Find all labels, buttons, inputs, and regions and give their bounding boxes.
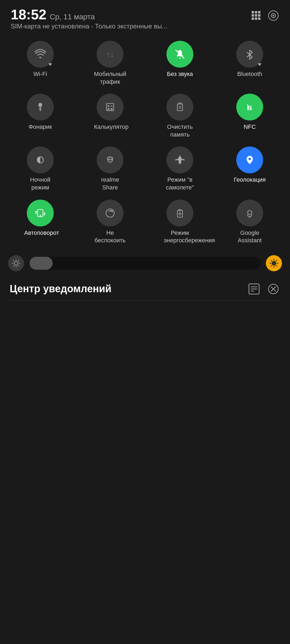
tile-geolocation-label: Геолокация — [234, 176, 266, 184]
tile-power-save[interactable]: Режим энергосбережения — [148, 200, 212, 244]
svg-rect-1 — [255, 11, 257, 13]
svg-rect-6 — [252, 17, 254, 20]
tile-night-mode[interactable]: Ночной режим — [8, 147, 73, 191]
tile-bluetooth[interactable]: Bluetooth — [218, 41, 282, 86]
date: Ср, 11 марта — [50, 13, 95, 21]
status-bar: 18:52 Ср, 11 марта SIM-карта не установл… — [0, 0, 290, 33]
tile-silent-label: Без звука — [167, 70, 193, 78]
svg-point-29 — [37, 157, 39, 159]
tile-google-assistant[interactable]: Google Assistant — [218, 200, 282, 244]
svg-rect-0 — [252, 11, 254, 13]
sim-status: SIM-карта не установлена - Только экстре… — [11, 23, 167, 30]
svg-point-36 — [40, 215, 41, 216]
svg-rect-8 — [258, 17, 260, 20]
tile-airplane[interactable]: Режим "в самолете" — [148, 147, 212, 191]
svg-line-50 — [18, 260, 19, 261]
tile-bluetooth-label: Bluetooth — [237, 70, 262, 78]
svg-rect-4 — [255, 14, 257, 17]
tile-calculator-label: Калькулятор — [94, 123, 126, 131]
tile-dnd[interactable]: Не беспокоить — [78, 200, 142, 244]
tile-google-assistant-label: Google Assistant — [234, 229, 266, 244]
tile-nfc[interactable]: N NFC — [218, 94, 282, 138]
tile-bluetooth-circle — [236, 41, 263, 68]
tile-wifi[interactable]: Wi-Fi — [8, 41, 73, 86]
tile-clear-memory[interactable]: Очистить память — [148, 94, 212, 138]
svg-point-41 — [248, 210, 252, 214]
tile-autorotate-circle — [27, 200, 54, 226]
brightness-fill — [30, 257, 53, 270]
tile-clear-memory-circle — [166, 94, 193, 120]
notification-center-title: Центр уведомлений — [10, 283, 111, 295]
svg-rect-23 — [177, 104, 182, 111]
status-icons — [250, 8, 279, 21]
tile-realme-share-label: realme Share — [94, 176, 126, 191]
brightness-row — [0, 247, 290, 277]
tile-wifi-label: Wi-Fi — [33, 70, 47, 78]
tile-autorotate[interactable]: Автоповорот — [8, 200, 73, 244]
tile-dnd-label: Не беспокоить — [94, 229, 126, 244]
tile-geolocation-circle — [236, 147, 263, 173]
tile-mobile-label: Мобильный трафик — [94, 70, 126, 86]
tiles-grid: Wi-Fi ↑↓ Мобильный трафик Без звука — [8, 41, 282, 244]
svg-line-48 — [13, 260, 14, 261]
tile-mobile-data[interactable]: ↑↓ Мобильный трафик — [78, 41, 142, 86]
tile-realme-share[interactable]: realme Share — [78, 147, 142, 191]
svg-text:↑↓: ↑↓ — [106, 50, 114, 58]
tile-autorotate-label: Автоповорот — [24, 229, 56, 237]
tile-flashlight-label: Фонарик — [28, 123, 52, 131]
tile-airplane-label: Режим "в самолете" — [164, 176, 196, 191]
camera-icon[interactable] — [267, 10, 279, 21]
tile-google-assistant-circle — [236, 200, 263, 226]
tile-flashlight-circle — [27, 94, 54, 120]
tile-geolocation[interactable]: Геолокация — [218, 147, 282, 191]
svg-line-59 — [276, 265, 277, 266]
tile-dnd-circle — [97, 200, 124, 226]
svg-text:N: N — [248, 104, 252, 110]
notification-manage-button[interactable] — [247, 282, 261, 296]
notification-divider — [10, 300, 280, 301]
wifi-arrow — [48, 63, 52, 66]
tile-calculator[interactable]: Калькулятор — [78, 94, 142, 138]
tile-calculator-circle — [97, 94, 124, 120]
tile-power-save-circle — [166, 200, 193, 226]
svg-point-43 — [14, 261, 18, 265]
svg-point-11 — [273, 15, 274, 16]
tile-flashlight[interactable]: Фонарик — [8, 94, 73, 138]
brightness-max-icon[interactable] — [266, 255, 282, 271]
svg-line-49 — [18, 265, 19, 266]
tile-nfc-label: NFC — [244, 123, 256, 131]
svg-point-34 — [248, 158, 251, 160]
svg-line-58 — [271, 260, 272, 261]
svg-line-51 — [13, 265, 14, 266]
tile-silent[interactable]: Без звука — [148, 41, 212, 86]
svg-rect-14 — [39, 106, 41, 109]
tile-airplane-circle — [166, 147, 193, 173]
tile-realme-share-circle — [97, 147, 124, 173]
tile-clear-memory-label: Очистить память — [164, 123, 196, 138]
bluetooth-arrow — [258, 63, 262, 66]
tile-night-mode-label: Ночной режим — [24, 176, 56, 191]
svg-line-60 — [276, 260, 277, 261]
tile-mobile-circle: ↑↓ — [97, 41, 124, 68]
brightness-min-icon[interactable] — [8, 255, 24, 271]
tile-nfc-circle: N — [236, 94, 263, 120]
svg-rect-5 — [258, 14, 260, 17]
notification-clear-button[interactable] — [266, 282, 280, 296]
svg-rect-3 — [252, 14, 254, 17]
notification-header: Центр уведомлений — [0, 277, 290, 300]
tile-wifi-circle — [27, 41, 54, 68]
clock: 18:52 — [11, 8, 46, 21]
svg-point-31 — [42, 159, 44, 160]
svg-rect-7 — [255, 17, 257, 20]
svg-rect-38 — [179, 209, 181, 211]
tile-power-save-label: Режим энергосбережения — [164, 229, 196, 244]
grid-icon[interactable] — [250, 10, 262, 21]
brightness-slider[interactable] — [30, 257, 260, 270]
svg-point-30 — [41, 156, 42, 158]
tile-silent-circle — [166, 41, 193, 68]
tile-night-mode-circle — [27, 147, 54, 173]
notification-actions — [247, 282, 280, 296]
svg-line-61 — [271, 265, 272, 266]
svg-rect-2 — [258, 11, 260, 13]
status-left: 18:52 Ср, 11 марта SIM-карта не установл… — [11, 8, 167, 30]
